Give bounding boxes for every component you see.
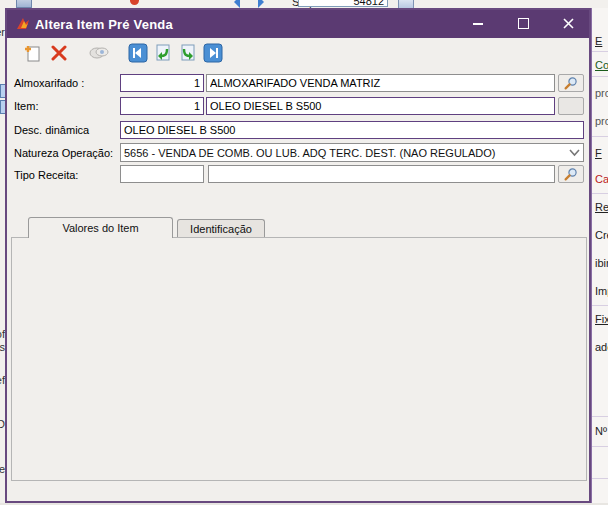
stamp-icon [89, 45, 109, 61]
bg-fragment: proj [595, 87, 608, 99]
tab-page [11, 237, 587, 481]
bg-fragment: Ca [595, 173, 608, 185]
bg-fragment: Fixa [595, 313, 608, 325]
bg-fragment: Imp [595, 285, 608, 297]
nav-prev-icon [228, 0, 240, 8]
search-icon [398, 0, 414, 8]
tipo-receita-search-button[interactable] [558, 165, 584, 183]
delete-x-icon [51, 45, 67, 61]
background-top-strip: Sequência: 54812 [0, 0, 608, 8]
bg-fragment: Créd [595, 229, 608, 241]
tipo-receita-code-input[interactable] [120, 165, 204, 183]
background-right-strip: E Co proj prov F Ca Rent Créd ibir Imp F… [591, 8, 608, 505]
minimize-icon [473, 23, 483, 25]
magnifier-icon [564, 76, 578, 90]
record-icon [130, 0, 139, 5]
page-arrow-left-icon [153, 43, 173, 63]
tab-valores-do-item[interactable]: Valores do Item [28, 217, 173, 238]
item-label: Item: [14, 100, 38, 112]
almoxarifado-code-input[interactable] [120, 74, 204, 92]
almoxarifado-label: Almoxarifado : [14, 77, 84, 89]
close-button[interactable] [555, 13, 581, 34]
divider [592, 193, 608, 194]
minimize-button[interactable] [465, 13, 491, 34]
bg-fragment: F [595, 147, 602, 159]
app-logo-icon [15, 16, 31, 32]
new-record-button[interactable] [21, 41, 45, 65]
divider [592, 136, 608, 137]
nav-next-icon [258, 0, 270, 8]
maximize-icon [518, 18, 529, 29]
divider [592, 76, 608, 77]
tab-identificacao[interactable]: Identificação [177, 219, 265, 238]
almoxarifado-search-button[interactable] [558, 74, 584, 92]
bg-fragment: prov [595, 115, 608, 127]
dialog-toolbar [7, 38, 589, 68]
bg-fragment: Rent [595, 201, 608, 213]
dialog-title: Altera Item Pré Venda [35, 17, 173, 32]
tab-label: Identificação [190, 223, 252, 235]
divider [592, 478, 608, 479]
tab-label: Valores do Item [62, 222, 138, 234]
last-record-button[interactable] [201, 41, 225, 65]
screen: Sequência: 54812 E Co proj prov F Ca Ren… [0, 0, 608, 505]
page-arrow-right-icon [178, 43, 198, 63]
sequencia-field[interactable]: 54812 [298, 0, 388, 7]
item-desc-input[interactable] [206, 97, 555, 115]
almoxarifado-desc-input[interactable] [206, 74, 555, 92]
first-record-icon [128, 43, 148, 63]
bg-fragment: ibir [595, 257, 608, 269]
divider [592, 305, 608, 306]
last-record-icon [203, 43, 223, 63]
maximize-button[interactable] [510, 13, 536, 34]
bg-fragment: E [595, 35, 602, 47]
new-document-icon [24, 44, 42, 62]
altera-item-dialog: Altera Item Pré Venda [5, 8, 591, 503]
item-search-button[interactable] [558, 97, 584, 115]
divider [592, 446, 608, 447]
tipo-receita-desc-input[interactable] [208, 165, 555, 183]
natureza-operacao-value: 5656 - VENDA DE COMB. OU LUB. ADQ TERC. … [124, 147, 495, 159]
item-code-input[interactable] [120, 97, 204, 115]
natureza-operacao-select[interactable]: 5656 - VENDA DE COMB. OU LUB. ADQ TERC. … [120, 143, 584, 162]
bg-fragment: Nº [595, 425, 607, 437]
close-icon [563, 18, 574, 29]
bg-fragment: Co [595, 59, 608, 71]
grid-icon [16, 0, 32, 8]
prev-record-button[interactable] [151, 41, 175, 65]
stamp-button[interactable] [87, 41, 111, 65]
divider [592, 51, 608, 52]
divider [592, 416, 608, 417]
natureza-operacao-label: Natureza Operação: [14, 147, 113, 159]
dialog-titlebar[interactable]: Altera Item Pré Venda [7, 10, 589, 38]
bg-fragment: ados [595, 341, 608, 353]
desc-dinamica-input[interactable] [120, 121, 584, 139]
tipo-receita-label: Tipo Receita: [14, 169, 78, 181]
chevron-down-icon [569, 149, 580, 157]
first-record-button[interactable] [126, 41, 150, 65]
delete-record-button[interactable] [47, 41, 71, 65]
next-record-button[interactable] [176, 41, 200, 65]
desc-dinamica-label: Desc. dinâmica [14, 124, 89, 136]
magnifier-icon [564, 167, 578, 181]
